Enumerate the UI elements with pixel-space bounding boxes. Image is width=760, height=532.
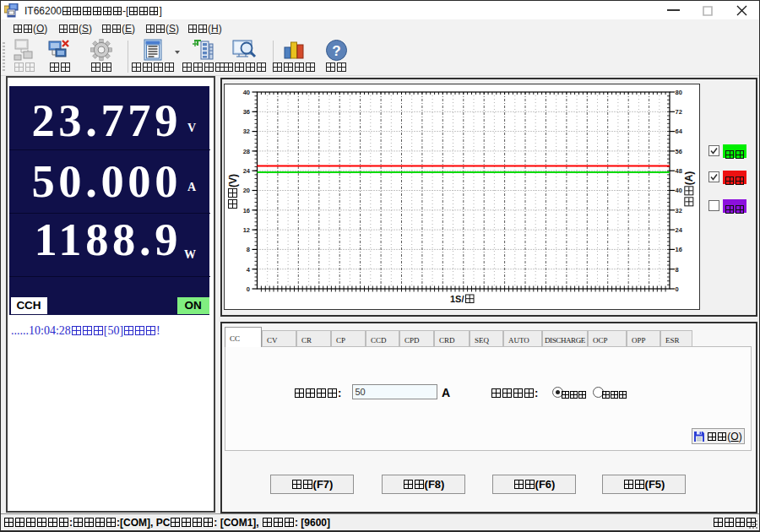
svg-text:64: 64: [676, 128, 683, 135]
svg-text:36: 36: [243, 108, 250, 116]
svg-text:28: 28: [243, 148, 250, 155]
svg-text:72: 72: [676, 108, 682, 116]
svg-text:8: 8: [676, 266, 679, 274]
svg-text:24: 24: [676, 226, 683, 234]
svg-text:1S/: 1S/: [450, 294, 464, 304]
svg-text:16: 16: [676, 246, 682, 253]
svg-text:?: ?: [332, 43, 340, 59]
svg-text:48: 48: [676, 167, 682, 175]
svg-text:0: 0: [676, 285, 679, 293]
svg-text:56: 56: [676, 148, 682, 155]
svg-text:16: 16: [243, 207, 250, 214]
svg-text:40: 40: [676, 187, 682, 194]
svg-text:80: 80: [676, 89, 682, 96]
svg-text:4: 4: [247, 266, 251, 274]
svg-text:20: 20: [243, 187, 250, 194]
svg-text:8: 8: [247, 246, 250, 253]
svg-text:32: 32: [243, 128, 250, 135]
svg-text:40: 40: [243, 89, 250, 96]
svg-text:24: 24: [243, 167, 251, 175]
svg-text:32: 32: [676, 207, 682, 214]
svg-text:12: 12: [243, 226, 250, 234]
svg-text:0: 0: [247, 285, 250, 293]
